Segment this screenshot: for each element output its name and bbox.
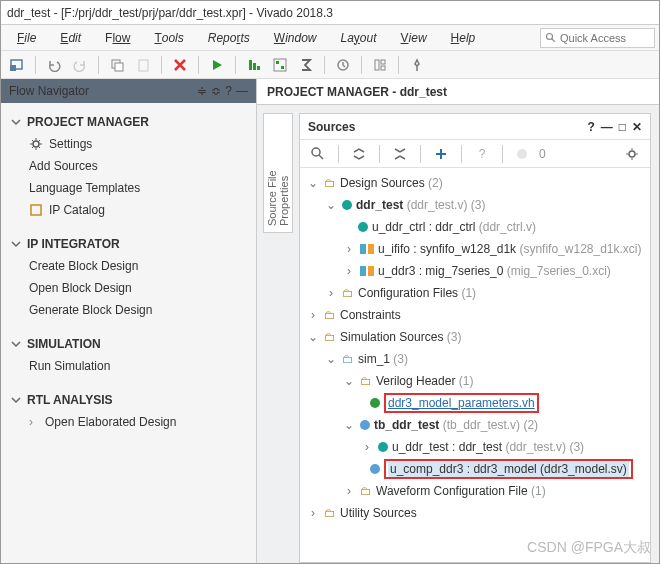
chevron-down-icon: ⌄ [324, 198, 338, 212]
menu-flow[interactable]: Flow [93, 25, 142, 51]
tree-sim-sources[interactable]: ⌄🗀Simulation Sources (3) [300, 326, 650, 348]
svg-point-21 [629, 151, 635, 157]
menu-view[interactable]: View [389, 25, 439, 51]
folder-icon: 🗀 [324, 330, 336, 344]
menu-tools[interactable]: Tools [142, 25, 195, 51]
collapse-all-icon[interactable] [347, 142, 371, 166]
nav-expand-icon[interactable]: ≎ [211, 84, 221, 98]
timing-icon[interactable] [331, 53, 355, 77]
ip-icon [29, 203, 43, 217]
project-manager-header: PROJECT MANAGER - ddr_test [257, 79, 659, 105]
tree-u-ddr3[interactable]: ›u_ddr3 : mig_7series_0 (mig_7series_0.x… [300, 260, 650, 282]
menu-file[interactable]: File [5, 25, 48, 51]
tree-verilog-header[interactable]: ⌄🗀Verilog Header (1) [300, 370, 650, 392]
tree-u-ififo[interactable]: ›u_ififo : synfifo_w128_d1k (synfifo_w12… [300, 238, 650, 260]
nav-help-icon[interactable]: ? [225, 84, 232, 98]
svg-rect-14 [375, 60, 379, 70]
chevron-down-icon: ⌄ [306, 176, 320, 190]
nav-add-sources[interactable]: Add Sources [1, 155, 256, 177]
expand-all-icon[interactable] [388, 142, 412, 166]
copy-icon[interactable] [105, 53, 129, 77]
impl-icon[interactable] [268, 53, 292, 77]
module-icon [342, 200, 352, 210]
svg-point-17 [33, 141, 39, 147]
cancel-icon[interactable] [168, 53, 192, 77]
svg-rect-10 [274, 59, 286, 71]
svg-rect-6 [139, 60, 148, 71]
module-icon [360, 420, 370, 430]
nav-create-block-design[interactable]: Create Block Design [1, 255, 256, 277]
folder-icon: 🗀 [360, 484, 372, 498]
svg-rect-9 [257, 66, 260, 70]
new-project-icon[interactable] [5, 53, 29, 77]
svg-point-0 [547, 33, 553, 39]
add-icon[interactable] [429, 142, 453, 166]
chevron-right-icon: › [342, 264, 356, 278]
menu-bar: File Edit Flow Tools Reports Window Layo… [1, 25, 659, 51]
help-icon[interactable]: ? [587, 120, 594, 134]
flow-navigator: Flow Navigator ≑ ≎ ? — PROJECT MANAGER S… [1, 79, 257, 563]
svg-rect-15 [381, 60, 385, 64]
minimize-icon[interactable]: — [601, 120, 613, 134]
nav-open-elaborated[interactable]: ›Open Elaborated Design [1, 411, 256, 433]
tree-utility-sources[interactable]: ›🗀Utility Sources [300, 502, 650, 524]
dashboard-icon[interactable] [368, 53, 392, 77]
quick-access-box[interactable] [540, 28, 655, 48]
chevron-down-icon: ⌄ [324, 352, 338, 366]
maximize-icon[interactable]: □ [619, 120, 626, 134]
folder-icon: 🗀 [324, 506, 336, 520]
paste-icon[interactable] [131, 53, 155, 77]
tree-u-comp-ddr3[interactable]: u_comp_ddr3 : ddr3_model (ddr3_model.sv) [300, 458, 650, 480]
module-icon [370, 464, 380, 474]
svg-rect-24 [360, 266, 366, 276]
pin-icon[interactable] [405, 53, 429, 77]
tree-sim1[interactable]: ⌄🗀sim_1 (3) [300, 348, 650, 370]
folder-icon: 🗀 [342, 286, 354, 300]
tree-ddr3-params[interactable]: ddr3_model_parameters.vh [300, 392, 650, 414]
flow-navigator-header: Flow Navigator ≑ ≎ ? — [1, 79, 256, 103]
close-icon[interactable]: ✕ [632, 120, 642, 134]
synth-icon[interactable] [242, 53, 266, 77]
nav-run-simulation[interactable]: Run Simulation [1, 355, 256, 377]
nav-lang-templates[interactable]: Language Templates [1, 177, 256, 199]
search-icon[interactable] [306, 142, 330, 166]
quick-access-input[interactable] [560, 32, 650, 44]
menu-edit[interactable]: Edit [48, 25, 93, 51]
svg-rect-22 [360, 244, 366, 254]
redo-icon[interactable] [68, 53, 92, 77]
nav-ip-catalog[interactable]: IP Catalog [1, 199, 256, 221]
settings-icon[interactable] [620, 142, 644, 166]
svg-rect-16 [381, 66, 385, 70]
module-icon [358, 222, 368, 232]
nav-sec-ip-integrator[interactable]: IP INTEGRATOR [1, 231, 256, 255]
tree-config-files[interactable]: ›🗀Configuration Files (1) [300, 282, 650, 304]
nav-sec-project-manager[interactable]: PROJECT MANAGER [1, 109, 256, 133]
tree-ddr-test[interactable]: ⌄ddr_test (ddr_test.v) (3) [300, 194, 650, 216]
undo-icon[interactable] [42, 53, 66, 77]
nav-sec-rtl[interactable]: RTL ANALYSIS [1, 387, 256, 411]
menu-help[interactable]: Help [439, 25, 488, 51]
source-file-properties-tab[interactable]: Source File Properties [263, 113, 293, 233]
nav-generate-block-design: Generate Block Design [1, 299, 256, 321]
run-icon[interactable] [205, 53, 229, 77]
menu-layout[interactable]: Layout [329, 25, 389, 51]
search-icon [545, 32, 557, 44]
tree-waveform-cfg[interactable]: ›🗀Waveform Configuration File (1) [300, 480, 650, 502]
tree-constraints[interactable]: ›🗀Constraints [300, 304, 650, 326]
folder-icon: 🗀 [324, 176, 336, 190]
menu-reports[interactable]: Reports [196, 25, 262, 51]
tree-u-ddr-test[interactable]: ›u_ddr_test : ddr_test (ddr_test.v) (3) [300, 436, 650, 458]
chevron-right-icon: › [306, 308, 320, 322]
tree-tb-ddr-test[interactable]: ⌄tb_ddr_test (tb_ddr_test.v) (2) [300, 414, 650, 436]
nav-sec-simulation[interactable]: SIMULATION [1, 331, 256, 355]
nav-collapse-icon[interactable]: ≑ [197, 84, 207, 98]
nav-settings[interactable]: Settings [1, 133, 256, 155]
menu-window[interactable]: Window [262, 25, 329, 51]
svg-rect-7 [249, 60, 252, 70]
nav-hide-icon[interactable]: — [236, 84, 248, 98]
sigma-icon[interactable] [294, 53, 318, 77]
tree-u-ddr-ctrl[interactable]: u_ddr_ctrl : ddr_ctrl (ddr_ctrl.v) [300, 216, 650, 238]
chevron-right-icon: › [324, 286, 338, 300]
tree-design-sources[interactable]: ⌄🗀Design Sources (2) [300, 172, 650, 194]
sources-tree[interactable]: ⌄🗀Design Sources (2) ⌄ddr_test (ddr_test… [300, 168, 650, 562]
